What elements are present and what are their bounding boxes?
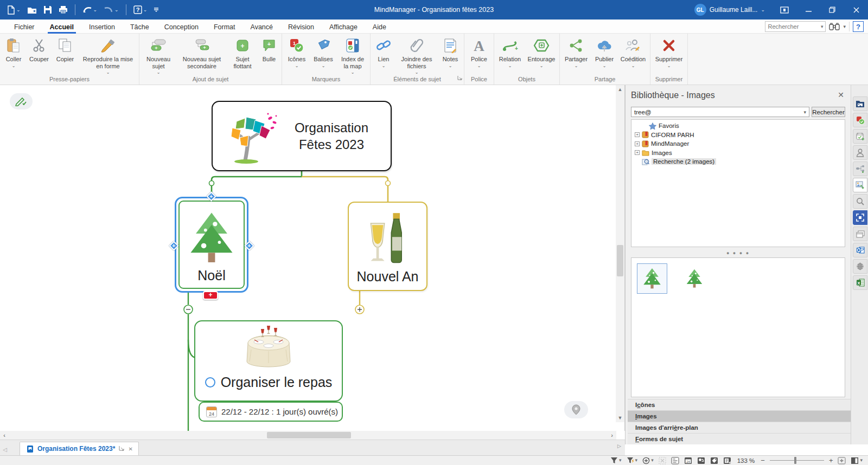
expand-plus-icon[interactable]: +: [635, 141, 640, 146]
image-result-tree-selected[interactable]: [637, 263, 667, 294]
partager-button[interactable]: Partager ⌄: [561, 35, 591, 68]
section-formes-de-sujet[interactable]: Formes de sujet: [628, 433, 851, 444]
nouveau-sujet-button[interactable]: + Nouveau sujet ⌄: [141, 35, 176, 75]
tree-item-favoris[interactable]: Favoris: [631, 121, 845, 131]
section-icones[interactable]: Icônes: [628, 399, 851, 410]
topic-noel[interactable]: Noël: [178, 201, 245, 289]
balises-button[interactable]: Balises ⌄: [310, 35, 336, 68]
library-search-input[interactable]: [631, 109, 801, 115]
task-progress-icon[interactable]: [205, 377, 215, 388]
panel-expander-arrow[interactable]: ▷: [617, 443, 621, 449]
task-add-badge[interactable]: +: [203, 291, 218, 300]
excel-tab[interactable]: X: [853, 275, 867, 290]
nouveau-sujet-secondaire-button[interactable]: + Nouveau sujet secondaire: [176, 35, 227, 69]
image-result-tree[interactable]: [679, 263, 710, 294]
filter-button[interactable]: ▾: [610, 457, 622, 464]
open-button[interactable]: [25, 5, 39, 15]
dialog-launcher-icon[interactable]: [457, 73, 462, 82]
customize-qat-button[interactable]: [152, 5, 161, 14]
joindre-fichiers-button[interactable]: Joindre des fichiers ⌄: [395, 35, 438, 75]
redo-button[interactable]: ⌄: [102, 5, 120, 15]
print-button[interactable]: [57, 4, 69, 15]
entourage-button[interactable]: Entourage ⌄: [525, 35, 558, 68]
panel-splitter[interactable]: ● ● ● ●: [631, 250, 845, 256]
outline-view-button[interactable]: [671, 457, 679, 464]
root-topic[interactable]: Organisation Fêtes 2023: [212, 101, 392, 171]
tab-fichier[interactable]: Fichier: [7, 21, 42, 34]
search-tab[interactable]: [853, 194, 867, 209]
icones-button[interactable]: 1 Icônes ⌄: [283, 35, 310, 68]
web-tab[interactable]: [853, 259, 867, 274]
vertical-scroll-thumb[interactable]: [617, 245, 623, 276]
power-filter-button[interactable]: ▾: [627, 457, 638, 464]
tree-item-ciform-parh[interactable]: + CIFORM PARH: [631, 131, 845, 140]
scroll-up-arrow[interactable]: ▲: [616, 85, 624, 94]
panel-close-icon[interactable]: ✕: [838, 91, 844, 99]
notes-button[interactable]: Notes ⌄: [438, 35, 463, 68]
map-canvas[interactable]: Organisation Fêtes 2023 Noël + + + +: [0, 85, 625, 431]
tags-pane-button[interactable]: [710, 457, 718, 464]
coller-button[interactable]: Coller ⌄: [1, 35, 26, 68]
markers-pane-button[interactable]: [697, 457, 705, 464]
canvas-vertical-scrollbar[interactable]: ▲ ▼: [616, 85, 624, 422]
close-tab-icon[interactable]: ✕: [128, 446, 132, 452]
tab-accueil[interactable]: Accueil: [42, 21, 81, 34]
tab-tache[interactable]: Tâche: [123, 21, 157, 34]
topic-repas-date[interactable]: 24 22/12 - 22/12 : 1 jour(s) ouvré(s): [199, 402, 343, 422]
tab-aide[interactable]: Aide: [365, 21, 394, 34]
task-info-tab[interactable]: [853, 129, 867, 144]
new-document-button[interactable]: ⌄: [5, 4, 22, 16]
ribbon-search-box[interactable]: ▾: [765, 21, 826, 32]
tab-avance[interactable]: Avancé: [243, 21, 280, 34]
horizontal-scroll-thumb[interactable]: [267, 432, 351, 438]
canvas-horizontal-scrollbar[interactable]: ‹ ›: [0, 431, 616, 440]
library-search-combo[interactable]: ▾: [631, 107, 809, 117]
ribbon-search-input[interactable]: [765, 23, 818, 30]
map-position-button[interactable]: [564, 401, 588, 418]
resources-tab[interactable]: [853, 145, 867, 160]
context-help-button[interactable]: ?: [853, 21, 864, 32]
bulle-button[interactable]: + Bulle: [258, 35, 280, 63]
couper-button[interactable]: Couper: [26, 35, 52, 63]
previous-tab-arrow[interactable]: ◁: [0, 443, 10, 455]
coediting-indicator[interactable]: [10, 93, 33, 109]
restore-button[interactable]: [820, 0, 844, 20]
help-button[interactable]: ? ⌄: [132, 4, 149, 15]
snapshots-tab[interactable]: [853, 227, 867, 241]
fit-map-button[interactable]: [838, 457, 846, 464]
undo-button[interactable]: ⌄: [81, 5, 99, 15]
scroll-left-arrow[interactable]: ‹: [0, 431, 9, 440]
topic-organiser-le-repas[interactable]: Organiser le repas: [194, 320, 343, 402]
icon-markers-tab[interactable]: [853, 113, 867, 127]
police-button[interactable]: A Police ⌄: [465, 35, 493, 68]
notes-pane-button[interactable]: [723, 457, 731, 464]
expand-plus-icon[interactable]: +: [635, 150, 640, 155]
zoom-in-button[interactable]: +: [829, 456, 833, 464]
tree-item-images[interactable]: + Images: [631, 148, 845, 158]
index-map-button[interactable]: Index de la map ⌄: [336, 35, 369, 75]
topic-nouvel-an[interactable]: Nouvel An: [348, 202, 427, 291]
binoculars-icon[interactable]: [829, 22, 840, 31]
zoom-slider-handle[interactable]: [794, 457, 796, 464]
popout-icon[interactable]: [119, 445, 124, 452]
topic-noel-selection[interactable]: Noël + + +: [175, 197, 248, 293]
zoom-slider[interactable]: [770, 460, 824, 461]
document-tab[interactable]: Organisation Fêtes 2023* ✕: [20, 442, 139, 455]
account-menu[interactable]: GL Guillaume Laill... ⌄: [694, 4, 765, 16]
close-button[interactable]: [844, 0, 868, 20]
tab-affichage[interactable]: Affichage: [322, 21, 365, 34]
section-images[interactable]: Images: [628, 410, 851, 422]
minimize-button[interactable]: [796, 0, 820, 20]
scroll-down-arrow[interactable]: ▼: [616, 414, 624, 422]
zoom-out-button[interactable]: −: [761, 456, 765, 464]
reproduire-mise-en-forme-button[interactable]: Reproduire la mise en forme ⌄: [78, 35, 138, 75]
tab-conception[interactable]: Conception: [157, 21, 206, 34]
supprimer-button[interactable]: Supprimer ⌄: [652, 35, 686, 68]
outlook-tab[interactable]: [853, 243, 867, 257]
publier-button[interactable]: Publier ⌄: [591, 35, 617, 68]
sujet-flottant-button[interactable]: + Sujet flottant: [227, 35, 258, 69]
tab-revision[interactable]: Révision: [280, 21, 322, 34]
panel-layout-button[interactable]: ▾: [851, 457, 863, 464]
library-search-button[interactable]: Rechercher: [812, 107, 845, 117]
fit-map-tab[interactable]: [853, 210, 867, 225]
